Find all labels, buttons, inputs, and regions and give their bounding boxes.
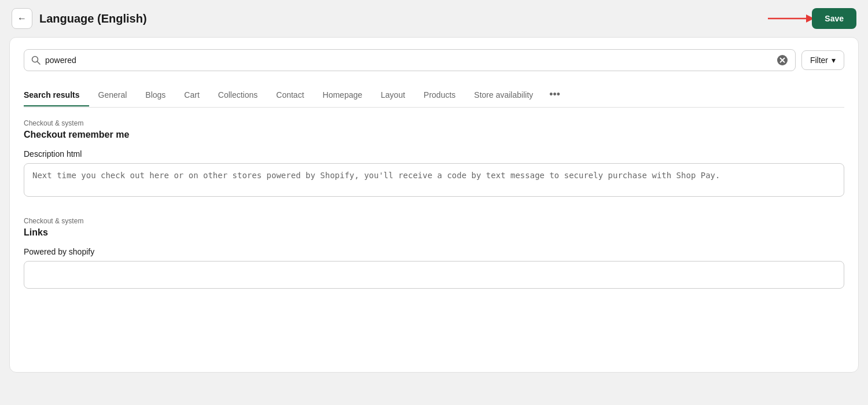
section-2-category: Checkout & system — [24, 217, 844, 225]
page-header: ← Language (English) Save — [0, 0, 868, 37]
tabs-more-button[interactable]: ••• — [542, 83, 567, 108]
back-button[interactable]: ← — [12, 8, 32, 29]
clear-icon — [777, 54, 788, 66]
filter-button[interactable]: Filter ▾ — [801, 50, 844, 70]
section-1-category: Checkout & system — [24, 119, 844, 127]
tab-products[interactable]: Products — [414, 84, 465, 106]
page-title: Language (English) — [39, 12, 147, 25]
filter-label: Filter — [810, 56, 828, 65]
field-powered-by-shopify[interactable] — [24, 261, 844, 289]
search-input[interactable] — [45, 56, 772, 65]
tab-store-availability[interactable]: Store availability — [465, 84, 542, 106]
save-button[interactable]: Save — [812, 8, 856, 29]
field-1-label: Description html — [24, 149, 844, 159]
header-left: ← Language (English) — [12, 8, 147, 29]
tab-search-results[interactable]: Search results — [24, 84, 89, 106]
section-1-title: Checkout remember me — [24, 130, 844, 140]
filter-chevron-icon: ▾ — [832, 56, 836, 65]
field-2-label: Powered by shopify — [24, 247, 844, 256]
tab-homepage[interactable]: Homepage — [314, 84, 372, 106]
section-checkout-remember: Checkout & system Checkout remember me D… — [24, 119, 844, 198]
tab-collections[interactable]: Collections — [209, 84, 267, 106]
arrow-annotation — [768, 10, 814, 27]
tab-cart[interactable]: Cart — [175, 84, 208, 106]
tabs-row: Search results General Blogs Cart Collec… — [24, 83, 844, 108]
section-links: Checkout & system Links Powered by shopi… — [24, 217, 844, 289]
tab-layout[interactable]: Layout — [372, 84, 414, 106]
save-area: Save — [812, 8, 856, 29]
tab-general[interactable]: General — [89, 84, 137, 106]
svg-line-3 — [38, 62, 41, 65]
content-area: Checkout & system Checkout remember me D… — [24, 108, 844, 289]
search-wrapper[interactable] — [24, 49, 796, 71]
search-row: Filter ▾ — [24, 49, 844, 71]
main-card: Filter ▾ Search results General Blogs Ca… — [9, 37, 859, 373]
section-2-title: Links — [24, 227, 844, 238]
clear-button[interactable] — [777, 54, 788, 66]
tab-blogs[interactable]: Blogs — [136, 84, 175, 106]
search-icon — [31, 56, 41, 65]
tab-contact[interactable]: Contact — [267, 84, 313, 106]
field-description-html[interactable]: Next time you check out here or on other… — [24, 163, 844, 197]
